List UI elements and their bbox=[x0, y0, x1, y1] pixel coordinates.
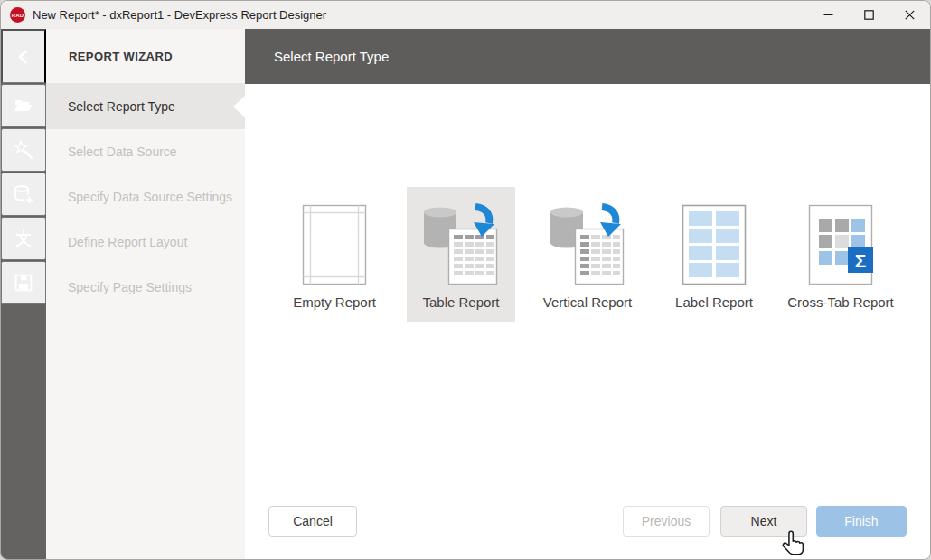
tile-label: Vertical Report bbox=[543, 294, 632, 310]
open-report-folder-icon[interactable] bbox=[1, 84, 46, 127]
label-report-icon bbox=[669, 200, 759, 290]
cancel-button[interactable]: Cancel bbox=[268, 506, 357, 537]
minimize-icon[interactable] bbox=[808, 1, 849, 29]
next-button[interactable]: Next bbox=[720, 506, 807, 537]
report-designer-window: RAD New Report* - dxReport1 - DevExpress… bbox=[0, 0, 931, 560]
collapse-chevron-left-icon[interactable] bbox=[1, 29, 46, 83]
wizard-panel-title: REPORT WIZARD bbox=[46, 29, 245, 84]
window-title: New Report* - dxReport1 - DevExpress Rep… bbox=[33, 8, 326, 22]
tile-table-report[interactable]: Table Report bbox=[407, 187, 515, 322]
page-title: Select Report Type bbox=[245, 29, 930, 84]
vertical-report-icon bbox=[542, 200, 633, 290]
report-wizard-wand-icon[interactable] bbox=[1, 128, 46, 172]
step-select-data-source: Select Data Source bbox=[46, 129, 245, 174]
step-select-report-type[interactable]: Select Report Type bbox=[46, 84, 245, 129]
app-logo-icon: RAD bbox=[10, 7, 25, 23]
step-specify-page-settings: Specify Page Settings bbox=[46, 265, 245, 310]
tile-label: Table Report bbox=[422, 294, 499, 310]
nav-button-group: Previous Next Finish bbox=[623, 506, 907, 537]
tile-label: Empty Report bbox=[293, 294, 376, 310]
wizard-content: Select Report Type Empty Report bbox=[245, 29, 930, 560]
svg-text:Σ: Σ bbox=[855, 250, 867, 271]
step-specify-data-source-settings: Specify Data Source Settings bbox=[46, 174, 245, 219]
empty-report-icon bbox=[289, 200, 380, 290]
localization-text-icon[interactable] bbox=[1, 217, 46, 260]
sidebar bbox=[1, 29, 46, 560]
tile-label: Cross-Tab Report bbox=[787, 294, 894, 310]
report-type-tiles: Empty Report bbox=[280, 187, 895, 322]
tile-empty-report[interactable]: Empty Report bbox=[280, 187, 389, 322]
tile-label: Label Report bbox=[675, 294, 753, 310]
maximize-icon[interactable] bbox=[849, 1, 889, 29]
save-report-floppy-icon[interactable] bbox=[1, 261, 46, 304]
table-report-icon bbox=[416, 200, 506, 290]
previous-button[interactable]: Previous bbox=[623, 506, 710, 537]
window-controls bbox=[808, 1, 930, 29]
wizard-footer: Cancel Previous Next Finish bbox=[268, 506, 907, 537]
close-icon[interactable] bbox=[889, 1, 930, 29]
tile-label-report[interactable]: Label Report bbox=[660, 187, 768, 322]
finish-button[interactable]: Finish bbox=[816, 506, 907, 537]
wizard-steps-panel: REPORT WIZARD Select Report Type Select … bbox=[46, 29, 245, 560]
step-define-report-layout: Define Report Layout bbox=[46, 219, 245, 265]
tile-vertical-report[interactable]: Vertical Report bbox=[533, 187, 642, 322]
cross-tab-report-icon: Σ bbox=[795, 200, 886, 290]
titlebar: RAD New Report* - dxReport1 - DevExpress… bbox=[1, 1, 930, 29]
add-data-source-database-icon[interactable] bbox=[1, 173, 46, 216]
tile-cross-tab-report[interactable]: Σ Cross-Tab Report bbox=[786, 187, 895, 322]
